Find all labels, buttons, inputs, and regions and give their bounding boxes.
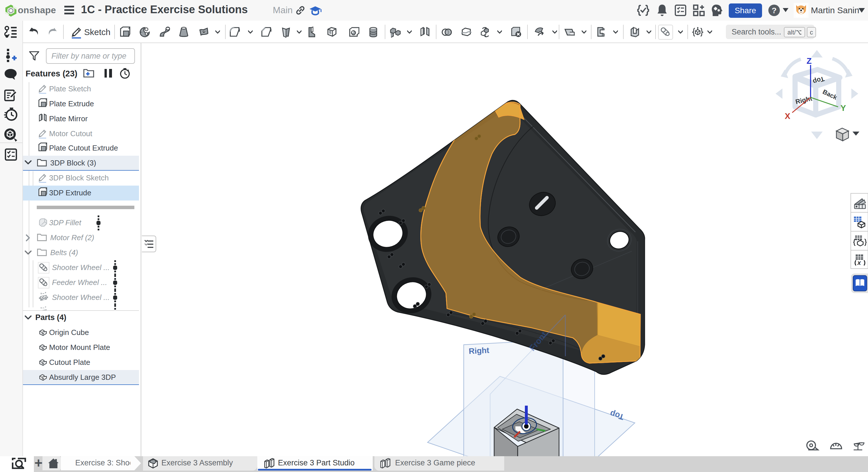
svg-text:Z: Z — [806, 56, 811, 65]
svg-text:X: X — [784, 112, 790, 121]
svg-text:?: ? — [772, 6, 776, 15]
svg-text:Right: Right — [468, 346, 489, 356]
svg-text:Y: Y — [840, 104, 846, 113]
svg-text:x: x — [857, 259, 861, 266]
